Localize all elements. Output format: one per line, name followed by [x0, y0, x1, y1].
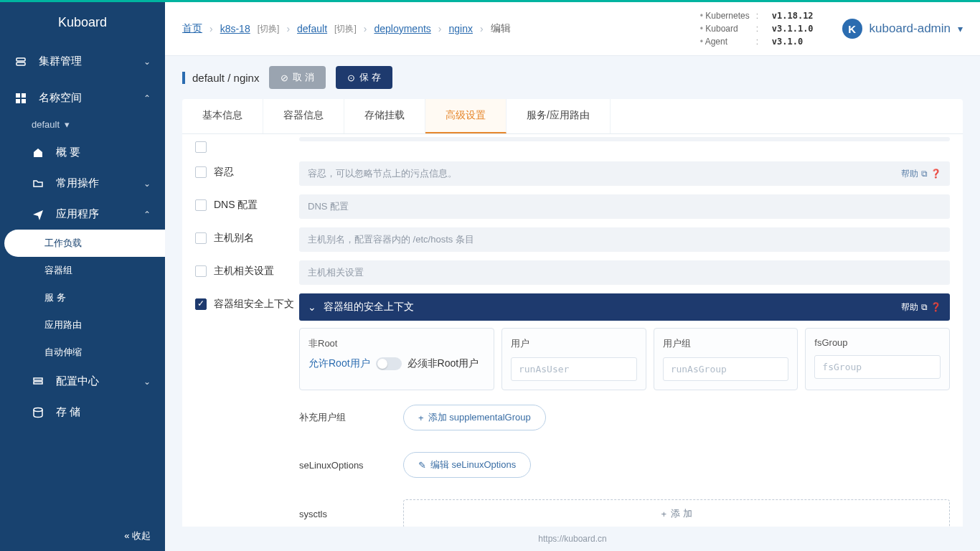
svg-point-8: [34, 408, 42, 411]
nav-common[interactable]: 常用操作 ⌄: [0, 168, 165, 199]
user-menu[interactable]: K kuboard-admin ▾: [842, 19, 963, 39]
add-sysctl-button[interactable]: +添 加: [403, 499, 950, 527]
grid-icon: [14, 92, 27, 105]
runasuser-input[interactable]: [511, 357, 637, 381]
svg-rect-4: [16, 99, 20, 103]
caret-down-icon: ▾: [65, 119, 70, 130]
nav-hpa[interactable]: 自动伸缩: [0, 339, 165, 366]
plus-icon: +: [661, 509, 666, 519]
opt-must-nonroot: 必须非Root用户: [407, 357, 479, 370]
checkbox-dns[interactable]: [195, 199, 207, 211]
tab-container[interactable]: 容器信息: [263, 99, 344, 133]
placeholder-hostset[interactable]: 主机相关设置: [299, 260, 950, 285]
bc-cluster[interactable]: k8s-18: [220, 23, 250, 34]
card-title: 非Root: [308, 337, 485, 350]
nav-label: 配置中心: [56, 375, 99, 388]
checkbox-hostset[interactable]: [195, 265, 207, 277]
card-group: 用户组: [654, 328, 798, 390]
checkbox[interactable]: [195, 141, 207, 153]
nav-config[interactable]: 配置中心 ⌄: [0, 366, 165, 397]
add-supplemental-button[interactable]: +添加 supplementalGroup: [403, 405, 546, 430]
nav-pods[interactable]: 容器组: [0, 257, 165, 284]
edit-icon: ✎: [418, 460, 426, 471]
nav-label: 常用操作: [56, 176, 99, 190]
nav-overview[interactable]: 概 要: [0, 137, 165, 168]
card-title: 用户组: [663, 337, 789, 350]
tab-service[interactable]: 服务/应用路由: [507, 99, 611, 133]
question-icon: ❓: [930, 302, 941, 312]
svg-rect-1: [17, 62, 25, 65]
nonroot-switch[interactable]: [376, 357, 402, 370]
sliders-icon: [32, 375, 44, 388]
placeholder-hostalias[interactable]: 主机别名，配置容器内的 /etc/hosts 条目: [299, 227, 950, 252]
nav-cluster[interactable]: 集群管理 ⌄: [0, 43, 165, 80]
chevron-right-icon: ›: [364, 23, 367, 34]
chevron-down-icon: ⌄: [143, 179, 151, 189]
chevron-right-icon: ›: [286, 23, 290, 34]
bc-home[interactable]: 首页: [182, 22, 202, 35]
nav-ingress[interactable]: 应用路由: [0, 311, 165, 339]
placeholder-dns[interactable]: DNS 配置: [299, 194, 950, 219]
bc-name[interactable]: nginx: [449, 23, 473, 34]
nav-label: 存 储: [56, 405, 80, 419]
chevron-up-icon: ⌃: [143, 209, 151, 220]
footer-link[interactable]: https://kuboard.cn: [165, 527, 980, 551]
send-icon: [32, 208, 44, 221]
card-title: fsGroup: [814, 337, 941, 348]
svg-rect-0: [17, 58, 25, 61]
chevron-down-icon: ⌄: [143, 377, 151, 387]
nav-storage[interactable]: 存 储: [0, 397, 165, 428]
disk-icon: [32, 406, 44, 419]
bc-switch[interactable]: [切换]: [334, 23, 357, 35]
edit-selinux-button[interactable]: ✎编辑 seLinuxOptions: [403, 452, 531, 478]
external-icon: ⧉: [921, 169, 928, 179]
page-title: default / nginx: [182, 72, 259, 84]
chevron-down-icon: ⌄: [143, 57, 151, 67]
svg-rect-5: [22, 99, 26, 103]
nav-label: 概 要: [56, 146, 80, 159]
nav-services[interactable]: 服 务: [0, 284, 165, 311]
checkbox-security[interactable]: [195, 298, 207, 310]
help-link[interactable]: 帮助 ⧉ ❓: [901, 168, 941, 180]
close-icon: ⊘: [281, 72, 288, 83]
layers-icon: [14, 55, 27, 68]
bc-kind[interactable]: deployments: [374, 23, 430, 34]
runasgroup-input[interactable]: [663, 357, 789, 381]
save-button[interactable]: ⊙保 存: [336, 66, 392, 89]
tab-advanced[interactable]: 高级设置: [425, 99, 507, 133]
external-icon: ⧉: [921, 302, 928, 312]
cancel-button[interactable]: ⊘取 消: [269, 66, 326, 89]
nav-ns-current[interactable]: default ▾: [0, 116, 165, 137]
home-icon: [32, 146, 44, 159]
logo: Kuboard: [0, 2, 165, 43]
avatar: K: [842, 19, 862, 39]
bc-ns[interactable]: default: [297, 23, 327, 34]
nav-namespace[interactable]: 名称空间 ⌃: [0, 80, 165, 116]
tab-basic[interactable]: 基本信息: [182, 99, 263, 133]
placeholder-toleration[interactable]: 容忍，可以忽略节点上的污点信息。 帮助 ⧉ ❓: [299, 161, 950, 186]
checkbox-hostalias[interactable]: [195, 232, 207, 244]
question-icon: ❓: [930, 169, 941, 179]
bc-action: 编辑: [491, 22, 511, 35]
label-toleration: 容忍: [214, 166, 234, 179]
card-fsgroup: fsGroup: [805, 328, 950, 390]
bc-switch[interactable]: [切换]: [258, 23, 280, 35]
label-supp: 补充用户组: [299, 411, 403, 424]
chevron-down-icon: ⌄: [308, 301, 316, 313]
chevron-right-icon: ›: [480, 23, 484, 34]
folder-icon: [32, 177, 44, 190]
svg-rect-2: [16, 93, 20, 98]
tab-storage[interactable]: 存储挂载: [344, 99, 425, 133]
collapse-button[interactable]: « 收起: [0, 521, 165, 551]
label-hostalias: 主机别名: [214, 232, 254, 245]
checkbox-toleration[interactable]: [195, 166, 207, 178]
help-link[interactable]: 帮助 ⧉ ❓: [901, 301, 941, 314]
nav-workloads[interactable]: 工作负载: [4, 230, 165, 257]
nav-apps[interactable]: 应用程序 ⌃: [0, 199, 165, 230]
nav-label: 集群管理: [39, 55, 82, 68]
username: kuboard-admin: [870, 22, 951, 36]
fsgroup-input[interactable]: [814, 355, 941, 379]
caret-down-icon: ▾: [958, 23, 963, 34]
security-header[interactable]: ⌄ 容器组的安全上下文 帮助 ⧉ ❓: [299, 293, 950, 321]
svg-rect-3: [22, 93, 26, 98]
